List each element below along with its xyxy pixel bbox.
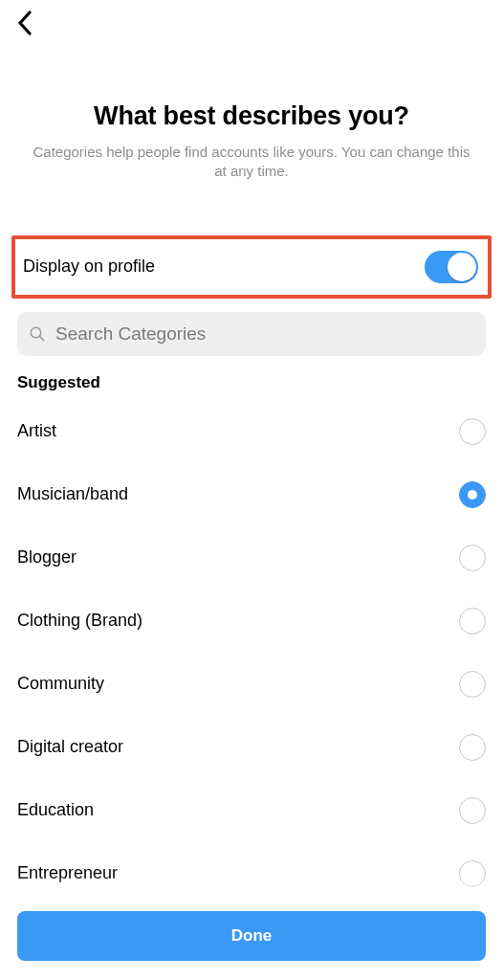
category-radio[interactable] — [459, 671, 486, 698]
nav-bar — [0, 0, 503, 46]
category-radio[interactable] — [459, 481, 486, 508]
category-label: Clothing (Brand) — [17, 611, 142, 631]
category-radio[interactable] — [459, 608, 486, 635]
category-radio[interactable] — [459, 734, 486, 761]
page-title: What best describes you? — [0, 101, 503, 131]
search-icon — [29, 325, 46, 343]
category-label: Digital creator — [17, 737, 123, 757]
display-on-profile-toggle[interactable] — [425, 251, 478, 283]
category-item[interactable]: Education — [17, 779, 486, 842]
category-item[interactable]: Artist — [17, 400, 486, 463]
category-item[interactable]: Blogger — [17, 526, 486, 590]
category-radio[interactable] — [459, 418, 486, 445]
category-item[interactable]: Musician/band — [17, 463, 486, 526]
category-radio[interactable] — [459, 545, 486, 571]
page-subtitle: Categories help people find accounts lik… — [32, 143, 471, 182]
category-item[interactable]: Entrepreneur — [17, 842, 486, 905]
search-input[interactable] — [54, 323, 474, 345]
toggle-knob — [448, 253, 476, 281]
category-item[interactable]: Community — [17, 653, 486, 716]
category-label: Blogger — [17, 547, 77, 568]
category-label: Musician/band — [17, 484, 128, 504]
category-label: Community — [17, 674, 104, 694]
done-button[interactable]: Done — [17, 911, 486, 961]
category-label: Education — [17, 800, 94, 820]
footer-bar: Done — [0, 898, 503, 980]
display-on-profile-row[interactable]: Display on profile — [11, 235, 492, 299]
category-label: Entrepreneur — [17, 863, 118, 883]
category-radio[interactable] — [459, 860, 486, 887]
search-field[interactable] — [17, 312, 486, 356]
display-on-profile-label: Display on profile — [23, 256, 155, 277]
chevron-left-icon — [17, 11, 33, 35]
back-button[interactable] — [8, 6, 42, 40]
category-radio[interactable] — [459, 797, 486, 824]
category-list: ArtistMusician/bandBloggerClothing (Bran… — [17, 400, 486, 905]
category-label: Artist — [17, 421, 56, 441]
category-item[interactable]: Digital creator — [17, 716, 486, 779]
svg-line-1 — [39, 336, 43, 340]
category-item[interactable]: Clothing (Brand) — [17, 590, 486, 653]
suggested-heading: Suggested — [17, 373, 503, 392]
